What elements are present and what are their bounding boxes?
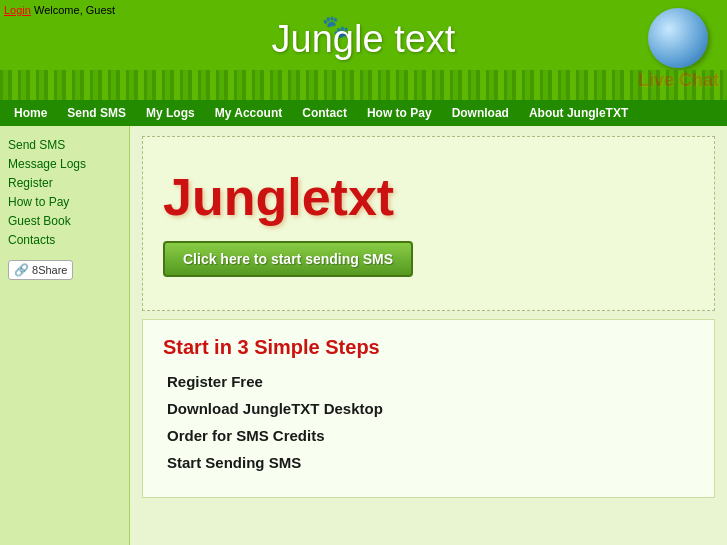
- steps-section: Start in 3 Simple Steps Register FreeDow…: [142, 319, 715, 498]
- step-item-3[interactable]: Order for SMS Credits: [163, 427, 694, 444]
- nav-bar: HomeSend SMSMy LogsMy AccountContactHow …: [0, 100, 727, 126]
- nav-item-about-jungletxt[interactable]: About JungleTXT: [519, 102, 638, 124]
- share-label: Share: [38, 264, 67, 276]
- nav-item-my-account[interactable]: My Account: [205, 102, 293, 124]
- sidebar-link-guest-book[interactable]: Guest Book: [8, 214, 121, 228]
- main-layout: Send SMSMessage LogsRegisterHow to PayGu…: [0, 126, 727, 545]
- logo-text: Jungle text: [272, 18, 456, 61]
- nav-item-my-logs[interactable]: My Logs: [136, 102, 205, 124]
- step-item-1[interactable]: Register Free: [163, 373, 694, 390]
- share-button[interactable]: 🔗8 Share: [8, 260, 73, 280]
- sidebar-link-how-to-pay[interactable]: How to Pay: [8, 195, 121, 209]
- nav-item-send-sms[interactable]: Send SMS: [57, 102, 136, 124]
- steps-list: Register FreeDownload JungleTXT DesktopO…: [163, 373, 694, 471]
- sidebar-link-send-sms[interactable]: Send SMS: [8, 138, 121, 152]
- live-chat-circle: [648, 8, 708, 68]
- top-bar: Login Welcome, Guest 🐾 Jungle text Live …: [0, 0, 727, 100]
- step-item-2[interactable]: Download JungleTXT Desktop: [163, 400, 694, 417]
- steps-title: Start in 3 Simple Steps: [163, 336, 694, 359]
- sidebar-link-register[interactable]: Register: [8, 176, 121, 190]
- top-bar-login[interactable]: Login Welcome, Guest: [4, 4, 115, 16]
- nav-item-contact[interactable]: Contact: [292, 102, 357, 124]
- step-item-4[interactable]: Start Sending SMS: [163, 454, 694, 471]
- cta-button[interactable]: Click here to start sending SMS: [163, 241, 413, 277]
- grass-decoration: [0, 70, 727, 100]
- sidebar: Send SMSMessage LogsRegisterHow to PayGu…: [0, 126, 130, 545]
- share-icon: 🔗: [14, 263, 29, 277]
- nav-item-download[interactable]: Download: [442, 102, 519, 124]
- nav-item-home[interactable]: Home: [4, 102, 57, 124]
- hero-section: Jungletxt Click here to start sending SM…: [142, 136, 715, 311]
- nav-item-how-to-pay[interactable]: How to Pay: [357, 102, 442, 124]
- sidebar-link-message-logs[interactable]: Message Logs: [8, 157, 121, 171]
- sidebar-link-contacts[interactable]: Contacts: [8, 233, 121, 247]
- login-link[interactable]: Login: [4, 4, 31, 16]
- hero-title: Jungletxt: [163, 171, 394, 223]
- content-area: Jungletxt Click here to start sending SM…: [130, 126, 727, 545]
- welcome-text: Welcome, Guest: [34, 4, 115, 16]
